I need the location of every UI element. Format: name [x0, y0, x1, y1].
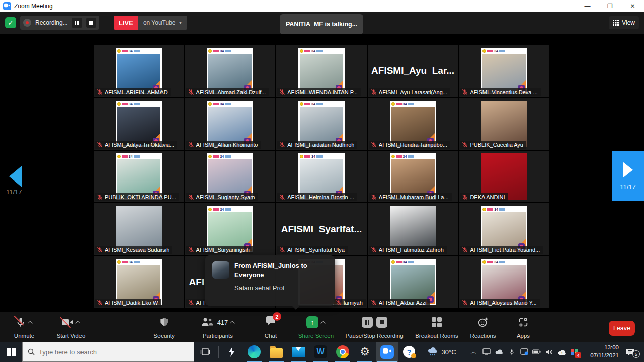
participants-button[interactable]: 417 Participants — [190, 315, 246, 339]
participant-tile[interactable]: 34 AFISMI_Akbar Azzi — [368, 256, 458, 308]
taskbar-app-help[interactable]: ? — [398, 342, 420, 362]
participant-name-bar: DEKA ANDINI — [460, 193, 508, 201]
taskbar-weather[interactable]: 30°C — [420, 342, 463, 362]
participant-tile[interactable]: 34 AFISMI_Muharam Budi La... — [368, 151, 458, 203]
taskbar-app-lightning[interactable] — [221, 342, 243, 362]
start-video-button[interactable]: Start Video — [48, 315, 94, 339]
taskbar-app-chrome[interactable] — [332, 342, 354, 362]
taskbar-app-file-explorer[interactable] — [265, 342, 287, 362]
tray-app-badge-icon[interactable]: 4 — [568, 349, 581, 355]
photo-frame-header: 34 — [208, 207, 252, 212]
chat-button[interactable]: 2 Chat — [256, 315, 286, 339]
chevron-up-icon[interactable] — [75, 320, 80, 325]
frame-badge-text: 34 — [494, 260, 498, 264]
participant-tile[interactable]: 34 AFISMI_Suryaningsih — [185, 203, 276, 255]
participant-tile[interactable]: AFISMI_Syarifat... AFISMI_Syarifatul Uly… — [276, 203, 367, 255]
live-destination[interactable]: on YouTube▼ — [138, 16, 188, 30]
frame-logo-icon — [300, 155, 303, 158]
taskbar-app-edge[interactable] — [243, 342, 265, 362]
participant-tile[interactable]: 34 AFISMI_Hendra Tampubo... — [368, 98, 458, 150]
tray-screenshare-icon[interactable] — [518, 348, 530, 355]
mic-muted-icon — [371, 247, 377, 253]
close-button[interactable]: ✕ — [621, 0, 644, 12]
tray-expand-button[interactable]: ︿ — [467, 348, 480, 356]
participant-tile[interactable]: 34 AFISMI_WIENDA INTAN P... — [276, 45, 367, 97]
security-button[interactable]: Security — [145, 315, 183, 339]
lightning-icon — [228, 346, 236, 357]
participant-tile[interactable]: 34 PUBLIK_Caecilia Ayu — [459, 98, 549, 150]
participant-name-bar: PUBLIK_Caecilia Ayu — [460, 141, 526, 149]
minimize-button[interactable]: — — [576, 0, 599, 12]
participant-tile[interactable]: 34 AFISMI_Ahmad Zaki Dzulf... — [185, 45, 276, 97]
participant-tile[interactable]: 34 AFISMI_Aditya Tri Oktavia... — [94, 98, 184, 150]
participant-tile[interactable]: 34 AFISMI_Fatimatuz Zahroh — [368, 203, 458, 255]
task-view-button[interactable] — [194, 342, 216, 362]
participant-name-bar: AFISMI_Fiet Patra Yosand... — [460, 246, 543, 254]
chat-sender-avatar — [212, 261, 229, 279]
taskbar-app-zoom[interactable] — [376, 342, 398, 362]
participant-name: AFISMI_Ayu Larasati(Ang... — [379, 89, 447, 95]
participant-tile[interactable]: 34 AFISMI_Aloysius Mario Y... — [459, 256, 549, 308]
pause-stop-recording-button[interactable]: Pause/Stop Recording — [336, 315, 413, 339]
share-screen-button[interactable]: ↑ Share Screen — [291, 315, 341, 339]
leave-button[interactable]: Leave — [609, 321, 635, 336]
next-page-button[interactable]: 11/17 — [612, 151, 644, 201]
participants-icon — [201, 317, 214, 327]
encryption-shield-icon[interactable]: ✓ — [5, 17, 16, 28]
live-indicator[interactable]: LIVE on YouTube▼ — [114, 16, 187, 30]
chevron-up-icon[interactable] — [28, 320, 33, 325]
pause-icon[interactable] — [362, 317, 373, 328]
taskbar-app-webex[interactable]: W — [309, 342, 332, 362]
chat-bubble-icon: 2 — [265, 316, 276, 328]
breakout-rooms-button[interactable]: Breakout Rooms — [412, 315, 462, 339]
participant-tile[interactable]: 34 AFISMI_Faidatun Nadhiroh — [276, 98, 367, 150]
notification-center-button[interactable]: 5 — [622, 346, 644, 358]
tray-onedrive-icon[interactable] — [493, 349, 505, 355]
frame-badge-text: 34 — [129, 260, 133, 264]
start-button[interactable] — [0, 342, 22, 362]
stop-recording-button[interactable] — [86, 18, 96, 28]
taskbar-app-settings[interactable]: ⚙ — [354, 342, 376, 362]
taskbar-app-mail[interactable] — [287, 342, 309, 362]
tray-display-icon[interactable] — [480, 348, 493, 355]
participant-video: 34 — [207, 153, 253, 200]
participant-tile[interactable]: 34 DEKA ANDINI — [459, 151, 549, 203]
participant-tile[interactable]: 34 AFISMI_ARIFIN_AHMAD — [94, 45, 184, 97]
participant-tile[interactable]: 34 PUBLIK_OKTI ARINDA PU... — [94, 151, 184, 203]
participant-name-bar: AFISMI_Aditya Tri Oktavia... — [95, 141, 177, 149]
participant-tile[interactable]: 34 AFISMI_Fiet Patra Yosand... — [459, 203, 549, 255]
search-input[interactable] — [39, 348, 165, 356]
tray-cloud-alert-icon[interactable]: ! — [555, 349, 568, 355]
frame-logo-icon — [208, 155, 212, 158]
participant-name-bar: AFISMI_Hendra Tampubo... — [369, 141, 450, 149]
participants-count: 417 — [217, 319, 228, 326]
restore-button[interactable]: ❐ — [599, 0, 621, 12]
participant-tile[interactable]: AFISMI_Ayu Lar... AFISMI_Ayu Larasati(An… — [368, 45, 458, 97]
unmute-button[interactable]: Unmute — [4, 315, 44, 339]
chevron-up-icon[interactable] — [230, 320, 235, 325]
previous-page-arrow[interactable] — [9, 166, 22, 187]
mic-muted-icon — [371, 142, 377, 148]
reactions-button[interactable]: Reactions — [465, 315, 501, 339]
participant-tile[interactable]: 34 AFISMI_Sugianty Syam — [185, 151, 276, 203]
frame-badge-text: 34 — [220, 155, 224, 158]
chat-notification-popup[interactable]: From AFISMI_Junios to Everyone Salam seh… — [205, 255, 335, 306]
tray-volume-icon[interactable] — [543, 349, 555, 355]
participant-tile[interactable]: 34 AFISMI_Alfian Khoirianto — [185, 98, 276, 150]
tray-battery-icon[interactable] — [530, 349, 543, 354]
chevron-up-icon[interactable] — [320, 320, 326, 325]
pause-recording-button[interactable] — [72, 18, 82, 28]
participant-name-bar: AFISMI_Kesawa Sudarsih — [95, 246, 172, 254]
participant-name: AFISMI_Akbar Azzi — [379, 300, 427, 306]
taskbar-search[interactable] — [22, 342, 194, 362]
mic-muted-icon — [188, 194, 194, 200]
participant-tile[interactable]: 34 AFISMI_Vincentius Deva ... — [459, 45, 549, 97]
stop-icon[interactable] — [376, 317, 387, 328]
participant-tile[interactable]: 34 AFISMI_Kesawa Sudarsih — [94, 203, 184, 255]
view-button[interactable]: View — [609, 16, 639, 29]
participant-tile[interactable]: 34 AFISMI_Dadik Eko W — [94, 256, 184, 308]
apps-button[interactable]: Apps — [509, 315, 537, 339]
participant-tile[interactable]: 34 AFISMI_Helmina Brostin ... — [276, 151, 367, 203]
taskbar-clock[interactable]: 13:00 07/11/2021 — [581, 344, 622, 359]
tray-mic-icon[interactable] — [505, 348, 518, 356]
